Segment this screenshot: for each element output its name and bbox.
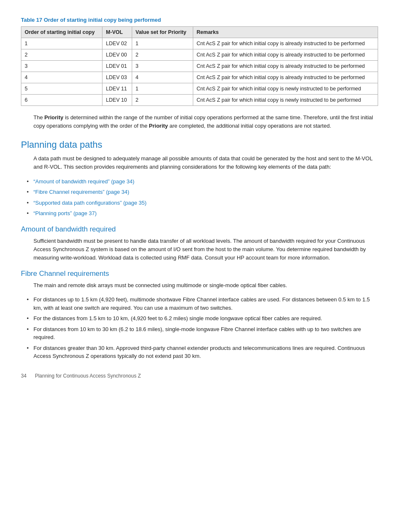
table-cell: LDEV 01	[102, 61, 132, 72]
table-cell: Cnt AcS Z pair for which initial copy is…	[193, 38, 378, 49]
col-header-priority: Value set for Priority	[132, 27, 193, 38]
table-cell: 2	[132, 95, 193, 106]
page-number: 34	[21, 373, 26, 379]
priority-text-start: The	[33, 114, 44, 121]
table-cell: Cnt AcS Z pair for which initial copy is…	[193, 95, 378, 106]
table-cell: LDEV 00	[102, 49, 132, 61]
table-row: 4LDEV 034Cnt AcS Z pair for which initia…	[21, 72, 378, 83]
table-row: 5LDEV 111Cnt AcS Z pair for which initia…	[21, 83, 378, 95]
planning-intro: A data path must be designed to adequate…	[21, 154, 378, 171]
table-section: Table 17 Order of starting initial copy …	[21, 17, 378, 106]
section-heading-planning: Planning data paths	[21, 139, 378, 150]
table-cell: LDEV 11	[102, 83, 132, 95]
footer-spacer	[28, 373, 33, 379]
table-cell: 6	[21, 95, 102, 106]
planning-link-1: “Amount of bandwidth required” (page 34)	[33, 177, 378, 186]
table-row: 6LDEV 102Cnt AcS Z pair for which initia…	[21, 95, 378, 106]
priority-paragraph: The Priority is determined within the ra…	[21, 113, 378, 130]
link-supported[interactable]: “Supported data path configurations” (pa…	[33, 200, 146, 206]
table-cell: 2	[132, 49, 193, 61]
table-cell: Cnt AcS Z pair for which initial copy is…	[193, 72, 378, 83]
col-header-remarks: Remarks	[193, 27, 378, 38]
table-row: 3LDEV 013Cnt AcS Z pair for which initia…	[21, 61, 378, 72]
bandwidth-body: Sufficient bandwidth must be present to …	[21, 237, 378, 262]
page-footer: 34 Planning for Continuous Access Synchr…	[21, 373, 378, 379]
link-ports[interactable]: “Planning ports” (page 37)	[33, 210, 97, 216]
table-cell: LDEV 02	[102, 38, 132, 49]
fibre-bullet-4: For distances greater than 30 km. Approv…	[33, 344, 378, 360]
table-cell: 2	[21, 49, 102, 61]
table-row: 1LDEV 021Cnt AcS Z pair for which initia…	[21, 38, 378, 49]
col-header-order: Order of starting initial copy	[21, 27, 102, 38]
fibre-bullet-1: For distances up to 1.5 km (4,920 feet),…	[33, 296, 378, 312]
section-heading-fibre: Fibre Channel requirements	[21, 270, 378, 278]
footer-label: Planning for Continuous Access Synchrono…	[35, 373, 141, 379]
table-cell: LDEV 10	[102, 95, 132, 106]
table-cell: 1	[132, 38, 193, 49]
section-heading-bandwidth: Amount of bandwidth required	[21, 225, 378, 234]
fibre-bullet-3: For distances from 10 km to 30 km (6.2 t…	[33, 325, 378, 342]
planning-link-2: “Fibre Channel requirements” (page 34)	[33, 188, 378, 196]
fibre-bullet-2: For the distances from 1.5 km to 10 km, …	[33, 314, 378, 323]
priority-bold-1: Priority	[44, 114, 64, 121]
link-bandwidth[interactable]: “Amount of bandwidth required” (page 34)	[33, 178, 134, 185]
fibre-bullets-list: For distances up to 1.5 km (4,920 feet),…	[33, 296, 378, 360]
table-cell: LDEV 03	[102, 72, 132, 83]
table-cell: 3	[132, 61, 193, 72]
table-header-row: Order of starting initial copy M-VOL Val…	[21, 27, 378, 38]
table-cell: 4	[132, 72, 193, 83]
fibre-intro: The main and remote disk arrays must be …	[21, 281, 378, 290]
col-header-mvol: M-VOL	[102, 27, 132, 38]
table-cell: 4	[21, 72, 102, 83]
table-cell: Cnt AcS Z pair for which initial copy is…	[193, 49, 378, 61]
table-cell: 1	[21, 38, 102, 49]
initial-copy-table: Order of starting initial copy M-VOL Val…	[21, 26, 378, 106]
link-fibre[interactable]: “Fibre Channel requirements” (page 34)	[33, 189, 129, 195]
table-cell: 3	[21, 61, 102, 72]
table-cell: 5	[21, 83, 102, 95]
table-row: 2LDEV 002Cnt AcS Z pair for which initia…	[21, 49, 378, 61]
planning-link-4: “Planning ports” (page 37)	[33, 209, 378, 218]
table-cell: 1	[132, 83, 193, 95]
priority-bold-2: Priority	[149, 123, 168, 129]
priority-text-end: are completed, the additional initial co…	[168, 123, 331, 129]
planning-links-list: “Amount of bandwidth required” (page 34)…	[33, 177, 378, 218]
table-cell: Cnt AcS Z pair for which initial copy is…	[193, 83, 378, 95]
planning-link-3: “Supported data path configurations” (pa…	[33, 199, 378, 207]
table-cell: Cnt AcS Z pair for which initial copy is…	[193, 61, 378, 72]
table-title: Table 17 Order of starting initial copy …	[21, 17, 378, 23]
